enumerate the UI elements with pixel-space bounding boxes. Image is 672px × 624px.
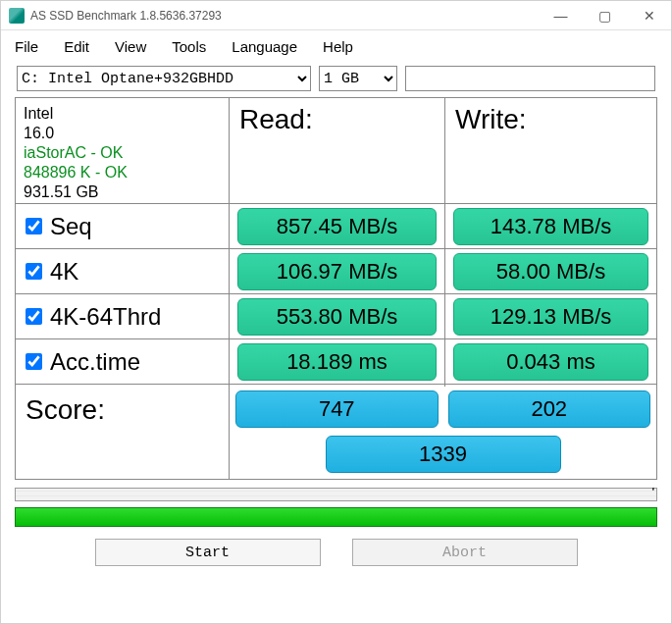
drive-info: Intel 16.0 iaStorAC - OK 848896 K - OK 9… xyxy=(16,98,230,203)
maximize-button[interactable]: ▢ xyxy=(583,1,627,29)
info-driver: iaStorAC - OK xyxy=(24,143,221,163)
header-write: Write: xyxy=(445,98,656,203)
menu-language[interactable]: Language xyxy=(232,38,297,55)
score-row: Score: 747 202 1339 xyxy=(16,385,656,479)
seq-write: 143.78 MB/s xyxy=(453,208,648,245)
test-row-seq: Seq 857.45 MB/s 143.78 MB/s xyxy=(16,204,656,249)
menubar: File Edit View Tools Language Help xyxy=(1,30,671,62)
label-seq: Seq xyxy=(50,213,92,240)
menu-edit[interactable]: Edit xyxy=(64,38,89,55)
label-acctime: Acc.time xyxy=(50,348,140,376)
test-row-4k64: 4K-64Thrd 553.80 MB/s 129.13 MB/s xyxy=(16,294,656,339)
checkbox-4k[interactable] xyxy=(26,263,42,280)
test-row-4k: 4K 106.97 MB/s 58.00 MB/s xyxy=(16,249,656,294)
acctime-write: 0.043 ms xyxy=(453,343,648,381)
4k64-read: 553.80 MB/s xyxy=(237,298,437,336)
menu-help[interactable]: Help xyxy=(323,38,353,55)
label-4k64: 4K-64Thrd xyxy=(50,303,161,331)
checkbox-acctime[interactable] xyxy=(26,353,42,370)
titlebar[interactable]: AS SSD Benchmark 1.8.5636.37293 — ▢ ✕ xyxy=(1,1,671,30)
actions: Start Abort xyxy=(1,527,671,580)
4k-write: 58.00 MB/s xyxy=(453,253,648,290)
close-button[interactable]: ✕ xyxy=(627,1,671,29)
app-icon xyxy=(9,8,25,24)
window-title: AS SSD Benchmark 1.8.5636.37293 xyxy=(30,9,539,23)
score-area: 747 202 1339 xyxy=(230,385,656,479)
score-label: Score: xyxy=(16,385,230,479)
progress-bar-total xyxy=(15,507,657,527)
4k-read: 106.97 MB/s xyxy=(237,253,437,290)
extra-input[interactable] xyxy=(405,66,655,91)
abort-button[interactable]: Abort xyxy=(352,539,578,566)
checkbox-4k64[interactable] xyxy=(26,308,42,325)
score-write: 202 xyxy=(448,390,651,428)
4k64-write: 129.13 MB/s xyxy=(453,298,648,336)
test-row-acctime: Acc.time 18.189 ms 0.043 ms xyxy=(16,339,656,385)
window-controls: — ▢ ✕ xyxy=(539,1,671,29)
menu-file[interactable]: File xyxy=(15,38,38,55)
app-window: AS SSD Benchmark 1.8.5636.37293 — ▢ ✕ Fi… xyxy=(0,0,672,624)
results-table: Intel 16.0 iaStorAC - OK 848896 K - OK 9… xyxy=(15,97,657,480)
checkbox-seq[interactable] xyxy=(26,218,42,234)
progress-area: '''' xyxy=(15,488,657,527)
info-align: 848896 K - OK xyxy=(24,163,221,182)
start-button[interactable]: Start xyxy=(95,539,321,566)
label-4k: 4K xyxy=(50,258,78,286)
menu-tools[interactable]: Tools xyxy=(172,38,206,55)
test-size-select[interactable]: 1 GB xyxy=(319,66,397,91)
score-read: 747 xyxy=(235,390,439,428)
progress-bar-sub: '''' xyxy=(15,488,657,501)
info-firmware: 16.0 xyxy=(24,124,221,143)
info-capacity: 931.51 GB xyxy=(24,182,221,202)
score-total: 1339 xyxy=(326,436,561,473)
toolbar: C: Intel Optane+932GBHDD 1 GB xyxy=(1,62,671,97)
acctime-read: 18.189 ms xyxy=(237,343,437,381)
header-read: Read: xyxy=(230,98,445,203)
info-row: Intel 16.0 iaStorAC - OK 848896 K - OK 9… xyxy=(16,98,656,204)
seq-read: 857.45 MB/s xyxy=(237,208,437,245)
info-vendor: Intel xyxy=(24,104,221,124)
menu-view[interactable]: View xyxy=(115,38,146,55)
minimize-button[interactable]: — xyxy=(539,1,583,29)
drive-select[interactable]: C: Intel Optane+932GBHDD xyxy=(17,66,311,91)
